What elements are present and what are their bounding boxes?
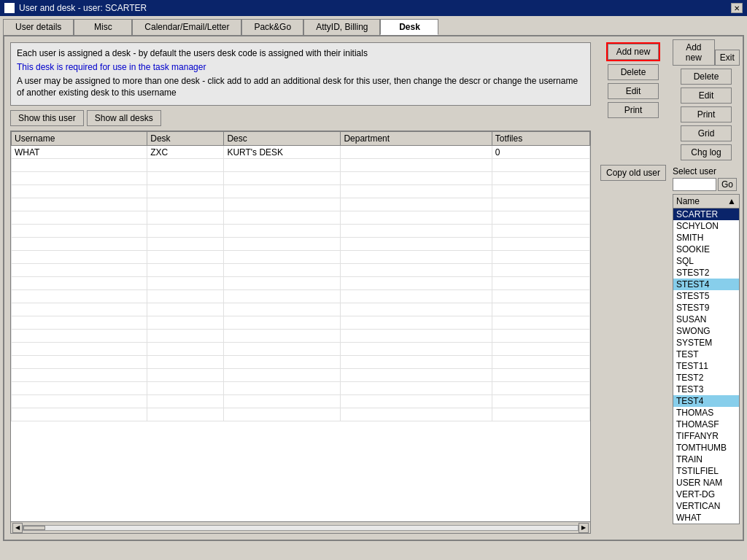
name-sort-icon: ▲	[727, 196, 736, 206]
select-user-label: Select user	[673, 166, 740, 176]
right-panel-header: Add new Exit	[673, 39, 740, 66]
go-button[interactable]: Go	[718, 178, 737, 191]
left-panel: Each user is assigned a desk - by defaul…	[4, 36, 597, 540]
name-item[interactable]: STEST9	[673, 302, 739, 314]
close-button[interactable]: ✕	[731, 3, 743, 13]
name-item[interactable]: TEST3	[673, 384, 739, 395]
print-button[interactable]: Print	[681, 106, 732, 122]
table-scroll[interactable]: Username Desk Desc Department Totfiles W…	[11, 131, 590, 521]
col-totfiles: Totfiles	[492, 132, 589, 146]
name-item[interactable]: TRAIN	[673, 454, 739, 465]
table-row-empty	[12, 225, 590, 238]
edit-button[interactable]: Edit	[681, 88, 732, 104]
middle-edit-button[interactable]: Edit	[608, 83, 659, 99]
name-item[interactable]: VERTICAN	[673, 500, 739, 512]
select-user-section: Select user Go Name ▲ SCARTERSCHYLONSMIT…	[673, 166, 740, 524]
name-item[interactable]: WHAT	[673, 512, 739, 524]
cell-username: WHAT	[12, 146, 147, 159]
middle-delete-button[interactable]: Delete	[608, 64, 659, 80]
name-item[interactable]: THOMAS	[673, 407, 739, 419]
show-this-user-button[interactable]: Show this user	[10, 110, 84, 126]
scroll-thumb	[23, 526, 45, 530]
name-item[interactable]: SMITH	[673, 232, 739, 244]
name-item[interactable]: TEST4	[673, 395, 739, 407]
tab-packgo[interactable]: Pack&Go	[241, 19, 303, 35]
exit-button[interactable]: Exit	[715, 50, 740, 66]
content-area: Each user is assigned a desk - by defaul…	[3, 35, 744, 541]
table-row-empty	[12, 316, 590, 330]
tab-misc[interactable]: Misc	[74, 19, 132, 35]
desk-table: Username Desk Desc Department Totfiles W…	[11, 131, 590, 421]
table-row-empty	[12, 238, 590, 251]
name-item[interactable]: SWONG	[673, 325, 739, 337]
name-list[interactable]: SCARTERSCHYLONSMITHSOOKIESQLSTEST2STEST4…	[673, 209, 739, 524]
name-item[interactable]: SYSTEM	[673, 337, 739, 349]
name-item[interactable]: TOMTHUMB	[673, 442, 739, 454]
title-bar: User and desk - user: SCARTER ✕	[0, 0, 747, 16]
title-bar-text: User and desk - user: SCARTER	[19, 3, 147, 13]
info-line-3: A user may be assigned to more than one …	[17, 75, 584, 100]
table-row-empty	[12, 264, 590, 277]
tab-attyid[interactable]: AttyID, Billing	[303, 19, 380, 35]
name-item[interactable]: USER NAM	[673, 477, 739, 489]
name-item[interactable]: TEST	[673, 349, 739, 360]
table-wrapper: Username Desk Desc Department Totfiles W…	[10, 131, 591, 534]
select-user-input[interactable]	[673, 178, 716, 191]
tab-desk[interactable]: Desk	[380, 19, 438, 35]
table-row-empty	[12, 290, 590, 303]
delete-button[interactable]: Delete	[681, 69, 732, 85]
app-icon	[4, 3, 15, 13]
table-row-empty	[12, 185, 590, 198]
info-line-2: This desk is required for use in the tas…	[17, 61, 584, 74]
name-item[interactable]: THOMASF	[673, 419, 739, 430]
tabs-bar: User details Misc Calendar/Email/Letter …	[0, 16, 747, 35]
table-row[interactable]: WHATZXCKURT's DESK0	[12, 146, 590, 159]
name-item[interactable]: TIFFANYR	[673, 430, 739, 442]
name-item[interactable]: SOOKIE	[673, 244, 739, 255]
table-row-empty	[12, 395, 590, 408]
copy-old-user-button[interactable]: Copy old user	[600, 165, 666, 181]
table-row-empty	[12, 408, 590, 421]
main-container: User and desk - user: SCARTER ✕ User det…	[0, 0, 747, 544]
name-item[interactable]: STEST5	[673, 290, 739, 302]
name-item[interactable]: STEST4	[673, 279, 739, 290]
table-row-empty	[12, 330, 590, 343]
scroll-track	[23, 525, 578, 531]
middle-panel: Add new Delete Edit Print Copy old user	[597, 36, 670, 540]
tab-user-details[interactable]: User details	[3, 19, 74, 35]
name-item[interactable]: SCARTER	[673, 209, 739, 220]
name-item[interactable]: VERT-DG	[673, 489, 739, 500]
name-item[interactable]: SCHYLON	[673, 220, 739, 232]
add-new-button[interactable]: Add new	[673, 39, 715, 66]
name-item[interactable]: TEST11	[673, 360, 739, 372]
grid-button[interactable]: Grid	[681, 125, 732, 141]
table-row-empty	[12, 382, 590, 395]
table-row-empty	[12, 251, 590, 264]
middle-add-new-button[interactable]: Add new	[608, 44, 659, 60]
cell-department	[341, 146, 492, 159]
scroll-right-arrow[interactable]: ▶	[578, 523, 589, 533]
col-desk: Desk	[147, 132, 224, 146]
chg-log-button[interactable]: Chg log	[681, 144, 732, 160]
horizontal-scrollbar[interactable]: ◀ ▶	[11, 521, 590, 533]
show-all-desks-button[interactable]: Show all desks	[87, 110, 161, 126]
name-item[interactable]: TEST2	[673, 372, 739, 384]
name-item[interactable]: SUSAN	[673, 314, 739, 325]
select-user-input-row: Go	[673, 178, 740, 191]
name-item[interactable]: TSTILFIEL	[673, 465, 739, 477]
table-row-empty	[12, 211, 590, 225]
table-row-empty	[12, 172, 590, 185]
tab-calendar[interactable]: Calendar/Email/Letter	[132, 19, 241, 35]
table-row-empty	[12, 343, 590, 356]
add-new-highlight-box: Add new	[606, 42, 660, 61]
table-row-empty	[12, 303, 590, 316]
name-list-header: Name ▲	[673, 195, 739, 209]
name-item[interactable]: SQL	[673, 255, 739, 267]
scroll-left-arrow[interactable]: ◀	[12, 523, 23, 533]
col-department: Department	[341, 132, 492, 146]
name-item[interactable]: STEST2	[673, 267, 739, 279]
table-row-empty	[12, 356, 590, 369]
middle-print-button[interactable]: Print	[608, 102, 659, 118]
table-row-empty	[12, 198, 590, 211]
title-bar-left: User and desk - user: SCARTER	[4, 3, 147, 13]
